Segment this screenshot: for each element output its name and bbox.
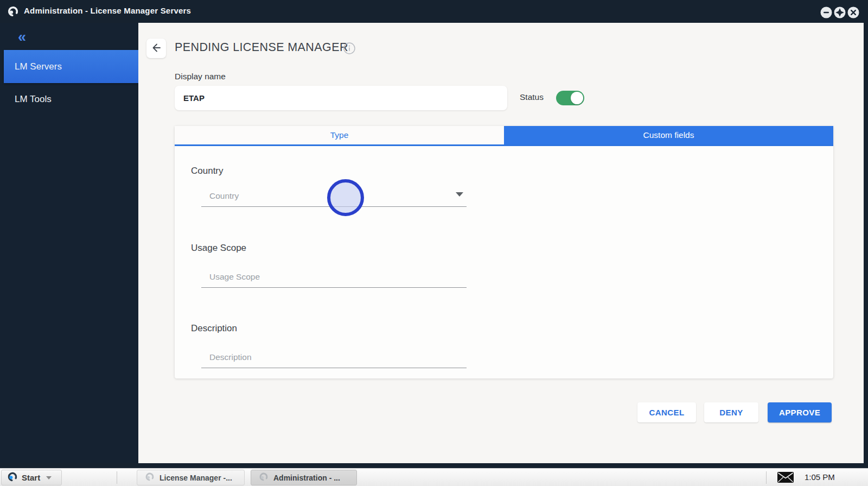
taskbar-app-license-manager[interactable]: License Manager -... bbox=[137, 470, 245, 485]
back-arrow-icon bbox=[150, 42, 162, 55]
taskbar: Start License Manager -... Administratio… bbox=[0, 468, 868, 486]
status-toggle[interactable] bbox=[556, 91, 584, 105]
status-label: Status bbox=[520, 92, 544, 102]
taskbar-app-label: License Manager -... bbox=[159, 474, 232, 482]
start-button[interactable]: Start bbox=[1, 470, 62, 485]
maximize-button[interactable] bbox=[834, 7, 846, 18]
sidebar-item-lm-servers[interactable]: LM Servers bbox=[4, 50, 138, 83]
tab-bar: Type Custom fields bbox=[175, 126, 833, 146]
sidebar-item-label: LM Servers bbox=[15, 61, 62, 72]
country-select[interactable] bbox=[201, 191, 467, 207]
display-name-label: Display name bbox=[175, 72, 226, 81]
cancel-button[interactable]: CANCEL bbox=[637, 402, 696, 422]
usage-scope-label: Usage Scope bbox=[191, 243, 246, 254]
taskbar-separator bbox=[117, 471, 117, 484]
tab-type[interactable]: Type bbox=[175, 126, 504, 144]
close-button[interactable] bbox=[847, 7, 859, 18]
description-input[interactable] bbox=[201, 352, 467, 368]
minimize-button[interactable] bbox=[820, 7, 832, 18]
tab-custom-fields[interactable]: Custom fields bbox=[504, 126, 833, 144]
sidebar-item-lm-tools[interactable]: LM Tools bbox=[0, 83, 138, 116]
deny-button[interactable]: DENY bbox=[704, 402, 758, 422]
start-logo-icon bbox=[7, 471, 18, 484]
custom-fields-panel: Country Usage Scope Description bbox=[175, 148, 833, 378]
taskbar-app-label: Administration - ... bbox=[273, 474, 340, 482]
collapse-sidebar-icon[interactable]: « bbox=[18, 27, 26, 48]
display-name-input[interactable] bbox=[175, 86, 507, 110]
country-label: Country bbox=[191, 166, 224, 176]
titlebar: Administration - License Manager Servers bbox=[0, 0, 868, 23]
mail-icon[interactable] bbox=[777, 472, 794, 485]
page-title: PENDING LICENSE MANAGER bbox=[175, 41, 348, 54]
screen: Administration - License Manager Servers… bbox=[0, 0, 868, 486]
taskbar-separator bbox=[766, 471, 767, 484]
sidebar: « LM Servers LM Tools bbox=[0, 23, 138, 463]
app-logo-icon bbox=[259, 472, 269, 483]
info-icon[interactable] bbox=[343, 42, 355, 54]
start-label: Start bbox=[22, 473, 40, 482]
app-logo-icon bbox=[145, 472, 155, 483]
start-caret-icon bbox=[46, 476, 52, 479]
custom-fields-card: Type Custom fields Country Usage Scope D… bbox=[175, 126, 833, 378]
usage-scope-input[interactable] bbox=[201, 272, 467, 288]
chevron-down-icon[interactable] bbox=[456, 192, 463, 197]
app-logo-icon bbox=[7, 5, 19, 17]
description-label: Description bbox=[191, 323, 237, 334]
back-button[interactable] bbox=[146, 39, 166, 58]
main-content: PENDING LICENSE MANAGER Display name Sta… bbox=[138, 23, 864, 463]
taskbar-clock: 1:05 PM bbox=[805, 472, 835, 482]
window-title: Administration - License Manager Servers bbox=[24, 6, 191, 15]
taskbar-app-administration[interactable]: Administration - ... bbox=[251, 470, 357, 485]
toggle-knob bbox=[571, 92, 583, 104]
approve-button[interactable]: APPROVE bbox=[768, 402, 832, 422]
sidebar-item-label: LM Tools bbox=[15, 94, 52, 105]
